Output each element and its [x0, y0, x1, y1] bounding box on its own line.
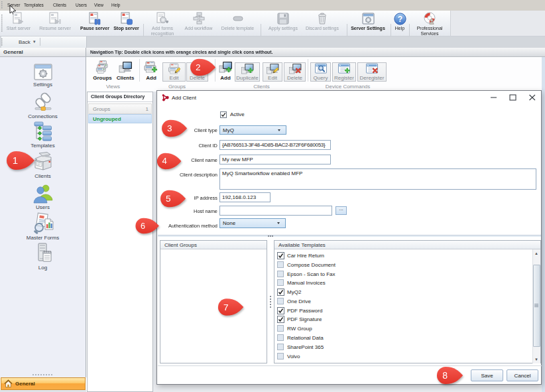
- svg-text:?: ?: [397, 15, 402, 24]
- svg-text:6: 6: [141, 222, 145, 231]
- svg-text:2: 2: [196, 62, 201, 72]
- svg-text:4: 4: [162, 156, 167, 166]
- svg-text:3: 3: [167, 123, 172, 133]
- svg-text:7: 7: [223, 302, 229, 312]
- svg-text:8: 8: [442, 370, 448, 381]
- svg-text:1: 1: [13, 155, 18, 166]
- svg-text:5: 5: [166, 194, 171, 204]
